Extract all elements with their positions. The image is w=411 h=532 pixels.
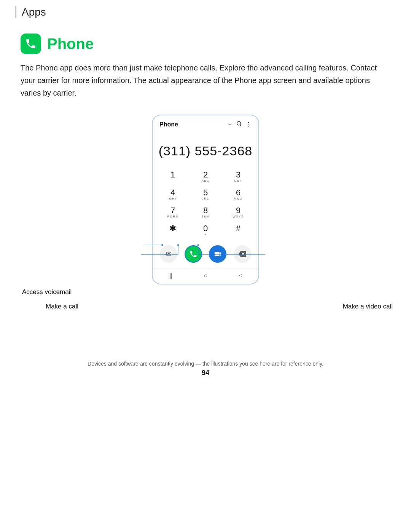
key-8[interactable]: 8 TUV [189,203,222,221]
dial-number-display: (311) 555-2368 [153,132,258,168]
footer-note: Devices and software are constantly evol… [0,361,411,367]
annotation-make-call: Make a call [46,303,78,310]
app-icon [21,34,41,54]
nav-back-icon[interactable]: < [239,272,242,279]
key-7[interactable]: 7 PQRS [156,203,189,221]
more-icon[interactable]: ⋮ [245,121,252,128]
key-2[interactable]: 2 ABC [189,168,222,185]
page-section-label: Apps [22,6,46,18]
phone-header: Phone + ⋮ [153,115,258,132]
key-5[interactable]: 5 JKL [189,185,222,203]
key-1[interactable]: 1 [156,168,189,185]
page-number: 94 [0,369,411,377]
action-row: ✉ [153,239,258,268]
key-6[interactable]: 6 MNO [222,185,255,203]
backspace-button[interactable] [234,245,251,263]
app-title-row: Phone [21,34,390,54]
nav-home-icon[interactable]: ○ [204,272,207,279]
add-icon[interactable]: + [228,121,232,128]
key-9[interactable]: 9 WXYZ [222,203,255,221]
footer: Devices and software are constantly evol… [0,361,411,388]
app-name: Phone [47,35,94,53]
phone-icon [25,38,37,50]
annotation-voicemail: Access voicemail [22,288,72,296]
key-0[interactable]: 0 + [189,221,222,239]
app-description: The Phone app does more than just make t… [21,62,390,99]
voicemail-button[interactable]: ✉ [160,245,177,263]
nav-recent-icon[interactable]: ||| [169,272,172,279]
phone-mockup: Phone + ⋮ (311) 555-2368 1 [152,115,259,284]
annotation-video-call: Make a video call [343,303,393,310]
call-button[interactable] [185,245,202,263]
nav-bar: ||| ○ < [153,268,258,284]
phone-header-icons: + ⋮ [228,121,252,128]
keypad: 1 2 ABC 3 DEF 4 GHI 5 JKL [153,168,258,239]
phone-screen-title: Phone [159,121,178,128]
key-4[interactable]: 4 GHI [156,185,189,203]
key-star[interactable]: ✱ [156,221,189,239]
video-call-button[interactable] [209,245,226,263]
search-icon[interactable] [236,121,242,128]
key-hash[interactable]: # [222,221,255,239]
key-3[interactable]: 3 DEF [222,168,255,185]
